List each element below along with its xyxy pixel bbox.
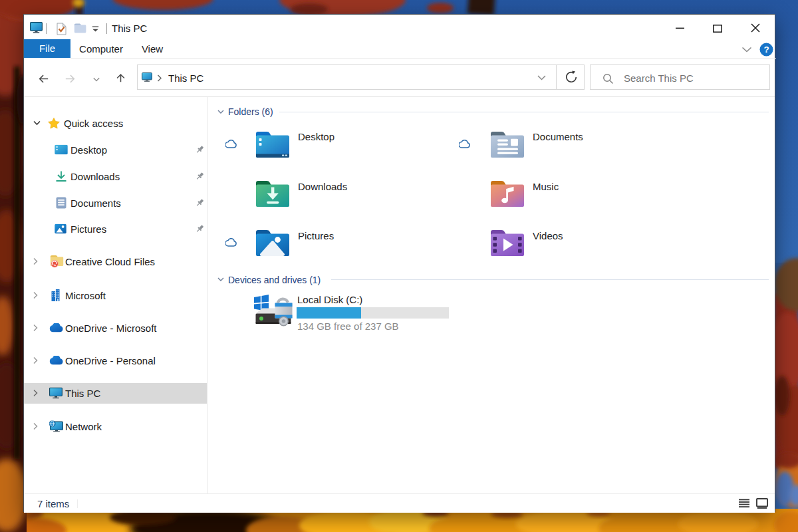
svg-text:?: ? (763, 45, 769, 55)
